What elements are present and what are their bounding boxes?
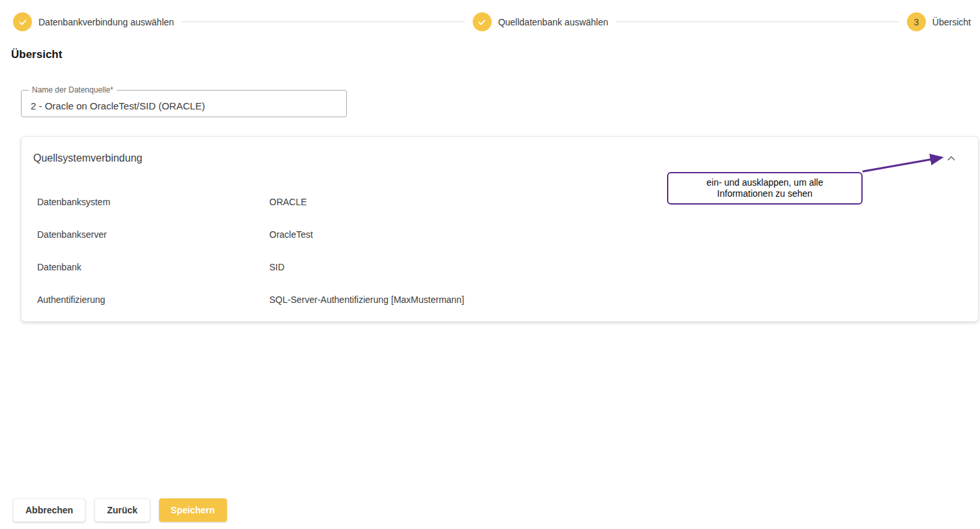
step-3-label: Übersicht bbox=[932, 17, 971, 27]
row-label: Datenbanksystem bbox=[33, 197, 269, 207]
card-header: Quellsystemverbindung bbox=[33, 151, 966, 167]
row-label: Datenbank bbox=[33, 262, 269, 272]
page-title: Übersicht bbox=[11, 48, 62, 61]
stepper: Datenbankverbindung auswählen Quelldaten… bbox=[13, 12, 971, 31]
back-button[interactable]: Zurück bbox=[95, 498, 150, 522]
annotation-text-line2: Informationen zu sehen bbox=[717, 188, 812, 199]
datasource-name-field-container: Name der Datenquelle* bbox=[21, 90, 347, 117]
step-connector bbox=[182, 21, 465, 22]
datasource-name-label: Name der Datenquelle* bbox=[29, 85, 117, 94]
annotation-text-line1: ein- und ausklappen, um alle bbox=[706, 177, 823, 188]
save-button[interactable]: Speichern bbox=[159, 498, 227, 522]
step-1-label: Datenbankverbindung auswählen bbox=[38, 17, 174, 27]
row-value: ORACLE bbox=[269, 197, 307, 207]
step-datenbankverbindung[interactable]: Datenbankverbindung auswählen bbox=[13, 12, 174, 31]
card-title: Quellsystemverbindung bbox=[33, 151, 142, 165]
row-label: Authentifizierung bbox=[33, 294, 269, 305]
step-quelldatenbank[interactable]: Quelldatenbank auswählen bbox=[473, 12, 608, 31]
chevron-up-icon bbox=[946, 153, 957, 164]
row-label: Datenbankserver bbox=[33, 229, 269, 240]
step-1-completed-badge bbox=[13, 12, 32, 31]
table-row: Datenbank SID bbox=[33, 251, 966, 283]
collapse-toggle-button[interactable] bbox=[943, 150, 960, 167]
annotation-callout: ein- und ausklappen, um alle Information… bbox=[667, 172, 863, 205]
card-rows: Datenbanksystem ORACLE Datenbankserver O… bbox=[33, 186, 966, 316]
row-value: OracleTest bbox=[269, 229, 313, 240]
datasource-name-input[interactable] bbox=[22, 91, 346, 117]
step-3-number: 3 bbox=[913, 17, 919, 27]
step-2-label: Quelldatenbank auswählen bbox=[498, 17, 608, 27]
check-icon bbox=[477, 18, 486, 27]
step-uebersicht[interactable]: 3 Übersicht bbox=[907, 12, 971, 31]
wizard-page: Datenbankverbindung auswählen Quelldaten… bbox=[0, 0, 980, 529]
footer-actions: Abbrechen Zurück Speichern bbox=[13, 498, 227, 522]
step-2-completed-badge bbox=[473, 12, 492, 31]
cancel-button[interactable]: Abbrechen bbox=[13, 498, 85, 522]
source-connection-card: Quellsystemverbindung Datenbanksystem OR… bbox=[21, 136, 979, 322]
table-row: Authentifizierung SQL-Server-Authentifiz… bbox=[33, 283, 966, 316]
step-connector bbox=[616, 21, 899, 22]
row-value: SQL-Server-Authentifizierung [MaxMusterm… bbox=[269, 294, 464, 305]
table-row: Datenbankserver OracleTest bbox=[33, 218, 966, 251]
step-3-number-badge: 3 bbox=[907, 12, 926, 31]
row-value: SID bbox=[269, 262, 284, 272]
check-icon bbox=[18, 18, 27, 27]
